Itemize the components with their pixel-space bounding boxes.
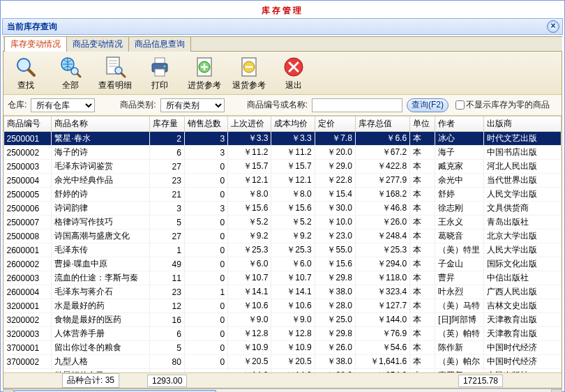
table-row[interactable]: 3700001留出你过冬的粮食50￥10.9￥10.9￥26.0￥54.6本陈作… [4,341,562,355]
col-header[interactable]: 作者 [435,116,484,132]
col-header[interactable]: 库存量 [149,116,184,132]
page-plus-icon [193,55,216,79]
table-row[interactable]: 2500008诗国高潮与盛唐文化270￥9.2￥9.2￥23.0￥248.4本葛… [4,229,562,243]
detail-button[interactable]: 查看明细 [97,55,133,91]
table-row[interactable]: 2500003毛泽东诗词鉴赏270￥15.7￥15.7￥29.0￥422.8本臧… [4,160,562,174]
find-button[interactable]: 查找 [8,55,44,91]
table-row[interactable]: 2500001繁星·春水23￥3.3￥3.3￥7.8￥6.6本冰心时代文艺出版 [4,132,562,146]
col-header[interactable]: 商品编号 [4,116,52,132]
table-row[interactable]: 2500005舒婷的诗210￥8.0￥8.0￥15.4￥168.2本舒婷人民文学… [4,188,562,202]
col-header[interactable]: 定价 [315,116,355,132]
filter-bar: 仓库: 所有仓库 商品类别: 所有类别 商品编号或名称: 查询(F2) 不显示库… [3,95,562,116]
table-row[interactable]: 2500006诗词韵律33￥15.6￥15.6￥30.0￥46.8本徐志刚文具供… [4,202,562,216]
col-header[interactable]: 上次进价 [228,116,271,132]
printer-icon [148,55,172,79]
magnifier-icon [14,55,38,79]
scroll-left-icon[interactable]: ◄ [3,389,14,392]
svg-rect-11 [155,58,165,63]
horiz-scrollbar[interactable]: ◄ ► [3,389,562,392]
close-red-icon [282,55,306,79]
tab-strip: 库存变动情况 商品变动情况 商品信息查询 [3,36,562,52]
col-header[interactable]: 库存总值 [355,116,409,132]
table-row[interactable]: 2600002曹操·喋血中原490￥6.0￥6.0￥15.6￥294.0本子金山… [4,257,562,271]
table-row[interactable]: 2600004毛泽东与蒋介石231￥14.1￥14.1￥38.0￥323.4本叶… [4,285,562,299]
page-title: 库存管理 [1,1,564,17]
tab-product-info[interactable]: 商品信息查询 [128,36,191,52]
value-total: 17215.78 [458,375,503,387]
stock-table: 商品编号商品名称库存量销售总数上次进价成本均价定价库存总值单位作者出版商 250… [3,116,562,372]
table-row[interactable]: 3200002食物是最好的医药160￥9.0￥9.0￥25.0￥144.0本[日… [4,313,562,327]
count-total: 品种合计: 35 [62,373,119,388]
nameid-input[interactable] [312,98,402,112]
table-row[interactable]: 3700002九型人格800￥20.5￥20.5￥38.0￥1,641.6本（美… [4,355,562,369]
table-row[interactable]: 3200001水是最好的药120￥10.6￥10.6￥28.0￥127.7本（美… [4,299,562,313]
col-header[interactable]: 销售总数 [184,116,227,132]
warehouse-label: 仓库: [8,99,27,111]
table-row[interactable]: 2500007格律诗写作技巧50￥5.2￥5.2￥10.0￥26.0本王永义青岛… [4,216,562,229]
svg-line-1 [29,70,34,75]
col-header[interactable]: 成本均价 [271,116,315,132]
col-header[interactable]: 商品名称 [52,116,150,132]
print-button[interactable]: 打印 [142,55,178,91]
globe-magnifier-icon [59,55,82,79]
table-row[interactable]: 2600001毛泽东传10￥25.3￥25.3￥55.0￥25.3本（美）特里人… [4,243,562,257]
svg-line-10 [121,73,125,77]
table-row[interactable]: 2500002海子的诗63￥11.2￥11.2￥20.0￥67.2本海子中国书店… [4,146,562,160]
tab-product-change[interactable]: 商品变动情况 [66,36,129,52]
category-select[interactable]: 所有类别 [160,98,225,112]
grid-scroll[interactable]: 商品编号商品名称库存量销售总数上次进价成本均价定价库存总值单位作者出版商 250… [3,116,562,372]
tab-stock-change[interactable]: 库存变动情况 [4,36,67,52]
table-row[interactable]: 2600003流血的仕途：李斯与秦110￥10.7￥10.7￥29.8￥118.… [4,271,562,285]
close-icon[interactable]: × [547,20,559,33]
qty-total: 1293.00 [147,375,187,387]
page-minus-icon [237,55,261,79]
svg-rect-14 [155,69,165,76]
stockin-ref-button[interactable]: 进货参考 [186,55,223,91]
footer: 品种合计: 35 1293.00 17215.78 [3,372,562,388]
titlebar: 当前库存查询 × [2,18,563,35]
titlebar-text: 当前库存查询 [7,21,57,33]
hide-zero-checkbox[interactable] [455,100,465,110]
warehouse-select[interactable]: 所有仓库 [31,98,95,112]
category-label: 商品类别: [120,99,156,111]
all-button[interactable]: 全部 [52,55,89,91]
svg-point-13 [164,65,166,67]
query-button[interactable]: 查询(F2) [407,98,449,112]
paper-magnifier-icon [103,55,127,79]
table-row[interactable]: 3200003人体营养手册60￥12.8￥12.8￥29.8￥76.9本（英）帕… [4,327,562,341]
return-ref-button[interactable]: 退货参考 [231,55,267,91]
nameid-label: 商品编号或名称: [247,99,308,111]
col-header[interactable]: 单位 [410,116,435,132]
col-header[interactable]: 出版商 [484,116,562,132]
scroll-right-icon[interactable]: ► [551,389,562,392]
exit-button[interactable]: 退出 [276,55,312,91]
table-row[interactable]: 2500004余光中经典作品230￥12.1￥12.1￥22.8￥277.9本余… [4,174,562,188]
toolbar: 查找 全部 查看明细 打印 [3,52,562,95]
hide-zero-label: 不显示库存为零的商品 [466,99,550,111]
svg-line-4 [77,74,80,77]
